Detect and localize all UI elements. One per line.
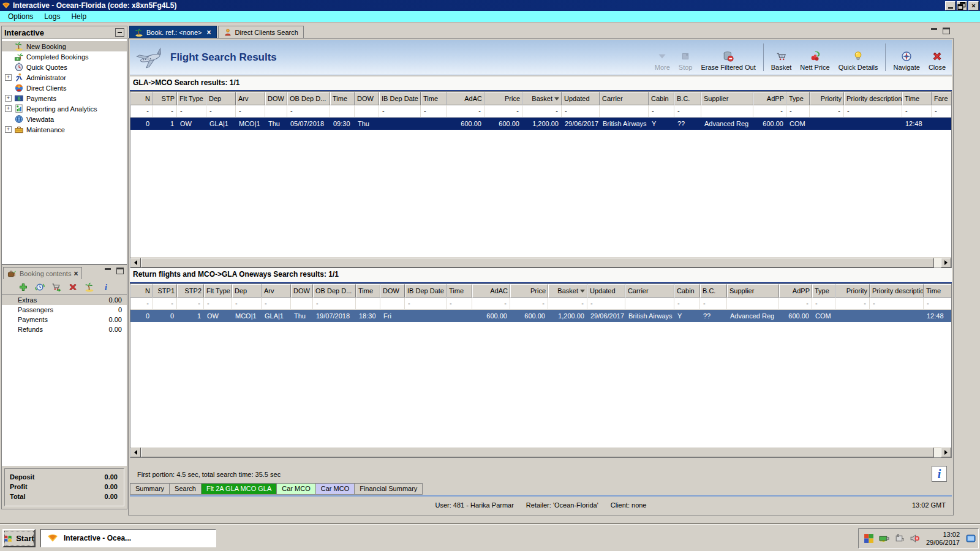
filter-cell[interactable]: -	[447, 298, 472, 309]
sidebar-item[interactable]: + Viewdata	[2, 114, 127, 124]
quick-details-button[interactable]: Quick Details	[834, 42, 883, 73]
column-header[interactable]: Priority description	[844, 92, 902, 105]
expand-icon[interactable]: +	[5, 74, 12, 81]
show-desktop-icon[interactable]	[966, 534, 976, 544]
close-tab-icon[interactable]: ×	[207, 28, 211, 37]
column-header[interactable]: AdAC	[472, 284, 510, 298]
column-header[interactable]: Arv	[236, 92, 265, 105]
column-header[interactable]: B.C.	[674, 92, 701, 105]
filter-cell[interactable]	[625, 298, 674, 309]
filter-cell[interactable]: -	[902, 105, 932, 117]
info-button[interactable]: i	[101, 282, 111, 292]
column-header[interactable]: Type	[786, 92, 810, 105]
more-button[interactable]: More	[650, 42, 674, 73]
bottom-tab[interactable]: Car MCO	[276, 483, 315, 495]
filter-cell[interactable]: -	[405, 298, 447, 309]
tab-booking-ref[interactable]: Book. ref.: <none> ×	[129, 26, 217, 38]
column-header[interactable]: IB Dep Date	[379, 92, 421, 105]
filter-cell[interactable]	[701, 105, 753, 117]
filter-cell[interactable]: -	[177, 298, 204, 309]
column-header[interactable]: Flt Type	[204, 284, 232, 298]
column-header[interactable]: OB Dep D...	[287, 92, 330, 105]
bottom-tab[interactable]: Car MCO	[315, 483, 355, 495]
booking-contents-tab[interactable]: Booking contents ×	[3, 267, 82, 279]
column-header[interactable]: STP1	[153, 284, 177, 298]
filter-cell[interactable]: -	[779, 298, 812, 309]
navigate-button[interactable]: Navigate	[889, 42, 924, 73]
maximize-pane-button[interactable]	[116, 268, 124, 274]
filter-cell[interactable]: -	[810, 105, 844, 117]
bottom-tab[interactable]: Financial Summary	[354, 483, 423, 495]
filter-cell[interactable]: -	[421, 105, 447, 117]
filter-cell[interactable]: -	[130, 298, 153, 309]
filter-cell[interactable]	[330, 105, 355, 117]
filter-cell[interactable]: -	[130, 105, 153, 117]
refresh-button[interactable]	[35, 282, 45, 292]
filter-cell[interactable]	[355, 105, 379, 117]
sidebar-item[interactable]: + Reporting and Analytics	[2, 103, 127, 114]
booking-row[interactable]: Extras 0.00	[2, 295, 127, 305]
tab-direct-clients-search[interactable]: Direct Clients Search	[218, 26, 304, 38]
column-header[interactable]: Time	[356, 284, 380, 298]
column-header[interactable]: N	[130, 92, 153, 105]
result-row-selected[interactable]: 01OWGLA|1MCO|1Thu05/07/201809:30Thu600.0…	[130, 118, 951, 130]
scrollbar-thumb[interactable]	[141, 258, 934, 268]
filter-cell[interactable]: -	[204, 298, 232, 309]
expand-icon[interactable]: +	[5, 95, 12, 102]
bottom-tab[interactable]: Search	[169, 483, 202, 495]
filter-cell[interactable]	[291, 298, 313, 309]
scroll-right-button[interactable]	[941, 258, 951, 268]
column-header[interactable]: DOW	[265, 92, 287, 105]
column-header[interactable]: Updated	[587, 284, 625, 298]
column-header[interactable]: Dep	[206, 92, 236, 105]
column-header[interactable]: B.C.	[700, 284, 727, 298]
filter-cell[interactable]	[265, 105, 287, 117]
horizontal-scrollbar[interactable]	[130, 257, 951, 268]
filter-cell[interactable]: -	[313, 298, 356, 309]
column-header[interactable]: STP	[153, 92, 177, 105]
nett-price-button[interactable]: Nett Price	[796, 42, 834, 73]
filter-cell[interactable]: -	[674, 105, 701, 117]
sidebar-item[interactable]: + $ Payments	[2, 93, 127, 103]
bottom-tab[interactable]: Flt 2A GLA MCO GLA	[201, 483, 277, 495]
filter-cell[interactable]: -	[548, 298, 587, 309]
volume-muted-icon[interactable]	[910, 533, 920, 544]
sidebar-item[interactable]: + New Booking	[2, 41, 127, 51]
column-header[interactable]: Flt Type	[177, 92, 206, 105]
scroll-right-button[interactable]	[941, 448, 951, 457]
minimize-pane-button[interactable]	[105, 268, 111, 270]
filter-cell[interactable]: -	[379, 105, 421, 117]
minimize-pane-button[interactable]	[931, 28, 937, 30]
filter-cell[interactable]: -	[472, 298, 510, 309]
filter-cell[interactable]: -	[932, 105, 952, 117]
restore-button[interactable]	[957, 1, 967, 10]
column-header[interactable]: Time	[902, 92, 932, 105]
erase-filtered-out-button[interactable]: Erase Filtered Out	[696, 42, 760, 73]
close-tab-icon[interactable]: ×	[74, 269, 78, 278]
menu-item[interactable]: Options	[2, 12, 39, 21]
sidebar-item[interactable]: + Maintenance	[2, 124, 127, 135]
column-header[interactable]: Basket	[522, 92, 562, 105]
sidebar-item[interactable]: + Quick Quotes	[2, 62, 127, 72]
filter-cell[interactable]: -	[649, 105, 674, 117]
filter-cell[interactable]	[380, 298, 405, 309]
filter-cell[interactable]: -	[232, 298, 262, 309]
column-header[interactable]: Price	[484, 92, 522, 105]
column-header[interactable]: Fare	[932, 92, 952, 105]
info-button[interactable]: i	[932, 466, 947, 482]
device-tray-icon[interactable]	[894, 533, 905, 544]
filter-cell[interactable]	[356, 298, 380, 309]
sidebar-item[interactable]: + Direct Clients	[2, 83, 127, 93]
filter-cell[interactable]: -	[522, 105, 562, 117]
filter-cell[interactable]: -	[835, 298, 870, 309]
sidebar-item[interactable]: + Administrator	[2, 72, 127, 83]
column-header[interactable]: IB Dep Date	[405, 284, 447, 298]
column-header[interactable]: Time	[421, 92, 447, 105]
scroll-left-button[interactable]	[130, 448, 141, 457]
stop-button[interactable]: Stop	[674, 42, 697, 73]
start-button[interactable]: Start	[2, 529, 36, 547]
delete-button[interactable]	[68, 282, 78, 292]
network-tray-icon[interactable]	[879, 533, 889, 544]
filter-cell[interactable]: -	[153, 298, 177, 309]
filter-cell[interactable]: -	[844, 105, 902, 117]
